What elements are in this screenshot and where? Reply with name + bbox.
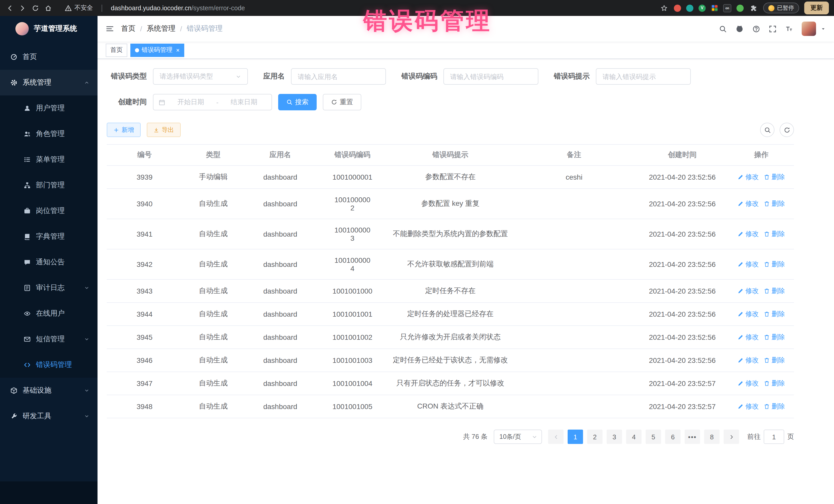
edit-link[interactable]: 修改: [738, 286, 759, 295]
search-icon[interactable]: [719, 25, 727, 32]
delete-link[interactable]: 删除: [764, 260, 785, 269]
browser-back-icon[interactable]: [5, 3, 14, 13]
sidebar-item-system[interactable]: 系统管理: [0, 70, 97, 95]
page-button-4[interactable]: 4: [626, 430, 641, 444]
github-icon[interactable]: [736, 25, 744, 33]
browser-update-button[interactable]: 更新: [804, 2, 829, 14]
security-indicator[interactable]: 不安全: [65, 4, 93, 12]
more-pages-button[interactable]: •••: [685, 430, 700, 444]
delete-link[interactable]: 删除: [764, 356, 785, 365]
sidebar-item-home[interactable]: 首页: [0, 44, 97, 70]
toggle-search-button[interactable]: [760, 123, 774, 137]
cell-type: 自动生成: [182, 303, 244, 326]
chevron-up-icon: [84, 80, 89, 85]
delete-link[interactable]: 删除: [764, 309, 785, 319]
edit-link[interactable]: 修改: [738, 333, 759, 342]
sidebar-item-dept[interactable]: 部门管理: [0, 172, 97, 198]
sidebar-item-audit-log[interactable]: 审计日志: [0, 275, 97, 301]
app-logo[interactable]: 芋道管理系统: [0, 16, 97, 42]
delete-link[interactable]: 删除: [764, 286, 785, 295]
delete-link[interactable]: 删除: [764, 199, 785, 209]
sidebar-item-infra[interactable]: 基础设施: [0, 378, 97, 403]
goto-page-input[interactable]: [764, 430, 784, 444]
sidebar-item-role[interactable]: 角色管理: [0, 121, 97, 147]
address-bar[interactable]: dashboard.yudao.iocoder.cn/system/error-…: [111, 4, 650, 12]
add-button[interactable]: 新增: [107, 123, 140, 137]
reset-button[interactable]: 重置: [323, 94, 361, 110]
sidebar-item-online-user[interactable]: 在线用户: [0, 301, 97, 326]
breadcrumb-item[interactable]: 首页: [121, 24, 135, 34]
edit-link[interactable]: 修改: [738, 356, 759, 365]
filter-form: 错误码类型 请选择错误码类型 应用名 错误码编码: [107, 68, 794, 110]
extension-icon-2[interactable]: [686, 4, 694, 12]
extensions-puzzle-icon[interactable]: [749, 3, 758, 13]
edit-link[interactable]: 修改: [738, 229, 759, 239]
sidebar-item-notice[interactable]: 通知公告: [0, 249, 97, 275]
browser-reload-icon[interactable]: [31, 3, 40, 13]
extension-icon-3[interactable]: V: [699, 4, 706, 12]
user-avatar[interactable]: [802, 22, 816, 36]
page-button-5[interactable]: 5: [646, 430, 661, 444]
edit-link[interactable]: 修改: [738, 379, 759, 388]
tab-error-code[interactable]: 错误码管理×: [130, 43, 184, 57]
page-button-8[interactable]: 8: [704, 430, 720, 444]
cell-memo: [512, 219, 636, 249]
bookmark-star-icon[interactable]: [659, 3, 669, 13]
extension-icon-5[interactable]: on: [723, 4, 731, 12]
cell-type: 自动生成: [182, 349, 244, 372]
edit-link[interactable]: 修改: [738, 172, 759, 182]
table-row: 3944自动生成dashboard1001001001定时任务的处理器已经存在2…: [107, 303, 794, 326]
cell-app: dashboard: [244, 280, 316, 303]
range-separator: -: [216, 98, 219, 106]
page-button-2[interactable]: 2: [587, 430, 602, 444]
cell-actions: 修改删除: [729, 303, 794, 326]
delete-link[interactable]: 删除: [764, 402, 785, 411]
delete-link[interactable]: 删除: [764, 379, 785, 388]
cell-type: 自动生成: [182, 280, 244, 303]
tab-home[interactable]: 首页: [106, 43, 127, 57]
close-icon[interactable]: ×: [176, 46, 180, 53]
export-button[interactable]: 导出: [147, 123, 181, 137]
delete-link[interactable]: 删除: [764, 172, 785, 182]
edit-link[interactable]: 修改: [738, 402, 759, 411]
sidebar-item-post[interactable]: 岗位管理: [0, 198, 97, 224]
fullscreen-icon[interactable]: [769, 25, 776, 32]
delete-link[interactable]: 删除: [764, 229, 785, 239]
browser-forward-icon[interactable]: [18, 3, 27, 13]
sidebar-item-error-code[interactable]: 错误码管理: [0, 352, 97, 378]
error-msg-input[interactable]: [596, 68, 691, 85]
edit-link[interactable]: 修改: [738, 199, 759, 209]
app-name-input[interactable]: [291, 68, 386, 85]
hamburger-icon[interactable]: [106, 25, 114, 33]
error-type-select[interactable]: 请选择错误码类型: [153, 68, 248, 85]
delete-link[interactable]: 删除: [764, 333, 785, 342]
question-icon[interactable]: [752, 25, 760, 32]
sidebar-item-user[interactable]: 用户管理: [0, 95, 97, 121]
breadcrumb-item[interactable]: 系统管理: [147, 24, 176, 34]
extension-icon-1[interactable]: [674, 4, 681, 12]
error-code-input[interactable]: [443, 68, 539, 85]
page-button-1[interactable]: 1: [568, 430, 583, 444]
extension-icon-4[interactable]: [711, 4, 718, 12]
edit-link[interactable]: 修改: [738, 260, 759, 269]
edit-link[interactable]: 修改: [738, 309, 759, 319]
browser-home-icon[interactable]: [44, 3, 53, 13]
cell-id: 3941: [107, 219, 182, 249]
extension-icon-6[interactable]: [737, 4, 744, 12]
page-button-6[interactable]: 6: [665, 430, 681, 444]
sidebar-item-dict[interactable]: 字典管理: [0, 224, 97, 249]
sidebar-item-devtools[interactable]: 研发工具: [0, 403, 97, 429]
caret-down-icon[interactable]: [821, 26, 826, 31]
date-range-input[interactable]: 开始日期 - 结束日期: [153, 94, 272, 110]
search-button[interactable]: 搜索: [278, 94, 317, 110]
prev-page-button[interactable]: [548, 430, 564, 444]
next-page-button[interactable]: [724, 430, 739, 444]
sidebar-item-label: 菜单管理: [36, 155, 65, 164]
page-button-3[interactable]: 3: [607, 430, 622, 444]
font-size-icon[interactable]: [785, 25, 793, 32]
sidebar-item-menu[interactable]: 菜单管理: [0, 147, 97, 172]
page-size-select[interactable]: 10条/页: [494, 430, 542, 444]
refresh-table-button[interactable]: [780, 123, 794, 137]
paused-badge[interactable]: 已暂停: [763, 3, 799, 13]
sidebar-item-sms[interactable]: 短信管理: [0, 326, 97, 352]
